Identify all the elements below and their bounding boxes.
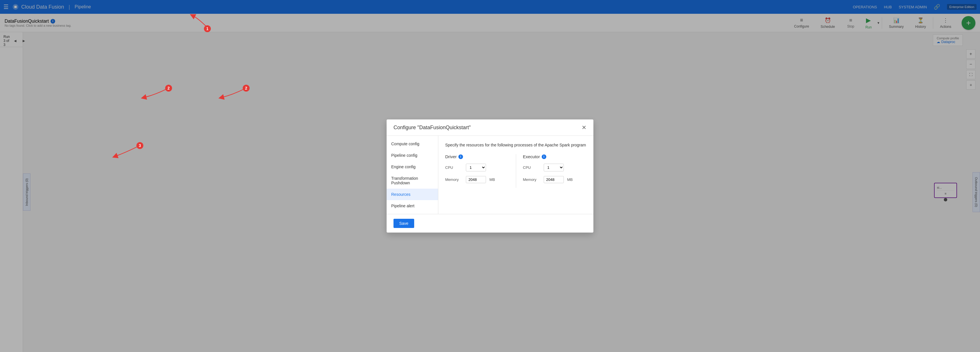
modal-close-button[interactable]: ✕ (582, 124, 587, 131)
driver-cpu-select[interactable]: 1 2 4 8 (466, 164, 486, 171)
driver-memory-input[interactable] (466, 176, 486, 183)
driver-memory-label: Memory (445, 178, 463, 182)
driver-memory-row: Memory MB (445, 176, 509, 183)
executor-memory-row: Memory MB (523, 176, 587, 183)
driver-title: Driver i (445, 154, 509, 159)
arrow-2b-svg (218, 86, 253, 103)
arrow-3-svg (112, 144, 146, 161)
annotation-3: 3 (112, 144, 146, 162)
sidebar-item-pipeline-alert[interactable]: Pipeline alert (387, 200, 438, 212)
annotation-1: 1 (189, 13, 213, 31)
modal-title: Configure "DataFusionQuickstart" (393, 125, 471, 131)
resources-description: Specify the resources for the following … (445, 143, 587, 147)
sidebar-item-resources[interactable]: Resources (387, 189, 438, 200)
modal-sidebar: Compute config Pipeline config Engine co… (387, 136, 438, 214)
annotation-2a: 2 (141, 86, 175, 104)
sidebar-item-compute-config[interactable]: Compute config (387, 138, 438, 150)
annotation-number-2b: 2 (243, 85, 250, 92)
executor-memory-unit: MB (567, 178, 573, 182)
driver-section: Driver i CPU 1 2 4 8 (445, 154, 516, 188)
arrow-1-svg (189, 13, 213, 30)
modal-header: Configure "DataFusionQuickstart" ✕ (387, 119, 593, 136)
executor-memory-label: Memory (523, 178, 540, 182)
sidebar-item-pipeline-config[interactable]: Pipeline config (387, 150, 438, 161)
annotation-number-3: 3 (137, 142, 143, 149)
executor-info-icon[interactable]: i (542, 154, 546, 159)
executor-memory-input[interactable] (544, 176, 564, 183)
sidebar-item-transformation-pushdown[interactable]: Transformation Pushdown (387, 173, 438, 189)
sidebar-item-engine-config[interactable]: Engine config (387, 161, 438, 173)
executor-cpu-select[interactable]: 1 2 4 8 (544, 164, 564, 171)
executor-cpu-row: CPU 1 2 4 8 (523, 164, 587, 171)
driver-cpu-label: CPU (445, 165, 463, 170)
modal-footer: Save (387, 214, 593, 233)
modal-body: Compute config Pipeline config Engine co… (387, 136, 593, 214)
annotation-number-1: 1 (204, 25, 211, 32)
modal-content: Specify the resources for the following … (438, 136, 593, 214)
executor-title: Executor i (523, 154, 587, 159)
resources-columns: Driver i CPU 1 2 4 8 (445, 154, 587, 188)
executor-section: Executor i CPU 1 2 4 8 (516, 154, 587, 188)
driver-memory-unit: MB (489, 178, 495, 182)
arrow-2a-svg (141, 86, 175, 103)
configure-modal: Configure "DataFusionQuickstart" ✕ Compu… (387, 119, 593, 233)
executor-cpu-label: CPU (523, 165, 540, 170)
driver-cpu-row: CPU 1 2 4 8 (445, 164, 509, 171)
save-button[interactable]: Save (393, 219, 414, 228)
annotation-number-2a: 2 (165, 85, 172, 92)
driver-info-icon[interactable]: i (458, 154, 463, 159)
modal-overlay[interactable]: Configure "DataFusionQuickstart" ✕ Compu… (0, 0, 980, 352)
annotation-2b: 2 (218, 86, 253, 104)
